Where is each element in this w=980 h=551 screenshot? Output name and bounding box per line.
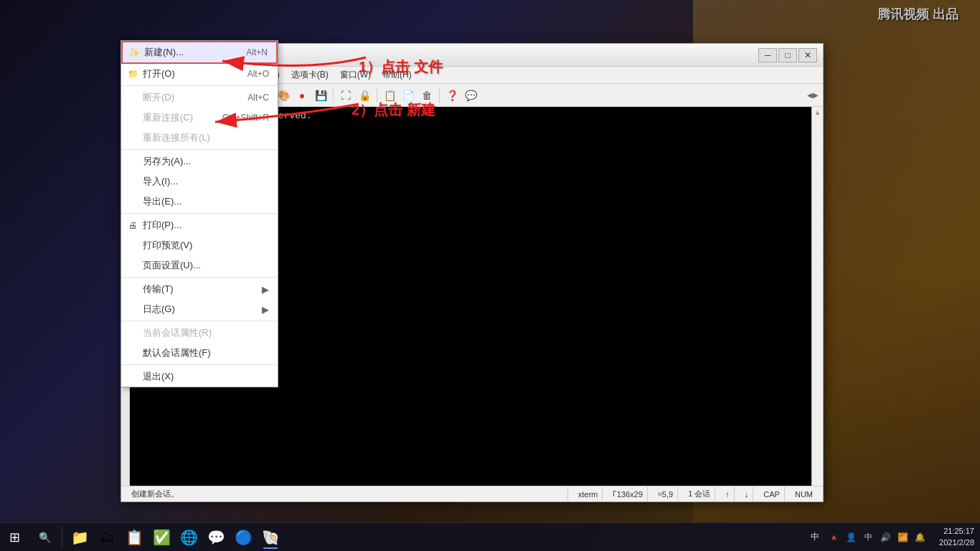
transfer-icon <box>127 283 138 295</box>
saveas-icon <box>127 156 138 167</box>
status-dimensions: Γ 136x29 <box>608 486 648 501</box>
log-icon <box>127 303 138 315</box>
menu-log-item[interactable]: 日志(G) ▶ <box>121 299 278 319</box>
system-tray: 🔺 👤 中 🔊 📶 🔔 <box>826 530 927 545</box>
print-preview-icon <box>127 240 138 251</box>
menu-reconnect-item[interactable]: 重新连接(C) Ctrl+Shift+R <box>121 108 278 128</box>
menu-separator-6 <box>121 364 278 365</box>
maximize-button[interactable]: □ <box>778 48 797 62</box>
submenu-arrow: ▶ <box>262 284 269 295</box>
log-submenu-arrow: ▶ <box>262 304 269 315</box>
session-props-icon <box>127 327 138 339</box>
menu-tabs[interactable]: 选项卡(B) <box>286 67 334 83</box>
menu-save-as-item[interactable]: 另存为(A)... <box>121 151 278 171</box>
toolbar-separator-4 <box>377 88 377 103</box>
tb-paste-button[interactable]: 📄 <box>400 87 417 104</box>
taskbar-clock[interactable]: 21:25:17 2021/2/28 <box>931 526 974 548</box>
status-num: NUM <box>791 486 817 501</box>
disconnect-icon <box>127 92 138 103</box>
menu-default-session-props-item[interactable]: 默认会话属性(F) <box>121 343 278 363</box>
tray-volume-icon[interactable]: 🔊 <box>878 530 892 545</box>
tb-help-button[interactable]: ❓ <box>443 87 461 104</box>
toolbar-separator-5 <box>439 88 440 103</box>
print-icon: 🖨 <box>127 220 138 231</box>
taskbar-app-4[interactable]: ✅ <box>149 524 174 550</box>
status-position: ⌗ 5,9 <box>654 486 678 501</box>
reconnect-icon <box>127 112 138 123</box>
menu-print-preview-item[interactable]: 打印预览(V) <box>121 235 278 255</box>
taskbar-language-indicator[interactable]: 中 <box>808 531 822 543</box>
minimize-button[interactable]: ─ <box>758 48 777 62</box>
menu-separator-3 <box>121 213 278 214</box>
reconnect-all-icon <box>127 132 138 143</box>
close-button[interactable]: ✕ <box>798 48 817 62</box>
status-scroll-down[interactable]: ↓ <box>740 486 754 501</box>
status-scroll-up[interactable]: ↑ <box>721 486 735 501</box>
export-icon <box>127 196 138 207</box>
menu-separator-1 <box>121 85 278 86</box>
tb-chat-button[interactable]: 💬 <box>462 87 479 104</box>
tb-lock-button[interactable]: 🔒 <box>356 87 373 104</box>
menu-separator-4 <box>121 277 278 278</box>
window-controls: ─ □ ✕ <box>758 48 817 62</box>
menu-separator-5 <box>121 321 278 321</box>
taskbar-apps: 🔍 📁 🗂 📋 ✅ 🌐 💬 🔵 🐚 <box>29 524 802 550</box>
menu-session-props-item[interactable]: 当前会话属性(R) <box>121 323 278 343</box>
menu-transfer-item[interactable]: 传输(T) ▶ <box>121 279 278 299</box>
taskbar-app-2[interactable]: 🗂 <box>94 524 120 550</box>
taskbar-app-xshell[interactable]: 🐚 <box>258 524 283 550</box>
taskbar-app-5[interactable]: 🌐 <box>176 524 202 550</box>
menu-exit-item[interactable]: 退出(X) <box>121 367 278 387</box>
toolbar-scroll-right[interactable]: ▶ <box>813 91 819 99</box>
taskbar-app-explorer[interactable]: 📁 <box>67 524 93 550</box>
menu-open-item[interactable]: 📁 打开(O) Alt+O <box>121 64 278 84</box>
menu-export-item[interactable]: 导出(E)... <box>121 192 278 212</box>
start-button[interactable]: ⊞ <box>0 523 29 552</box>
tray-network-icon[interactable]: 📶 <box>895 530 910 545</box>
taskbar-tray-area: 中 🔺 👤 中 🔊 📶 🔔 21:25:17 2021/2/28 <box>802 526 980 548</box>
file-dropdown-menu: ✨ 新建(N)... Alt+N 📁 打开(O) Alt+O 断开(D) Alt… <box>121 40 278 387</box>
toolbar-separator-3 <box>333 88 334 103</box>
menu-page-setup-item[interactable]: 页面设置(U)... <box>121 255 278 276</box>
tb-xftp-button[interactable]: ● <box>293 87 311 104</box>
status-terminal-type: xterm <box>574 486 603 501</box>
import-icon <box>127 176 138 187</box>
menu-window[interactable]: 窗口(W) <box>334 67 377 83</box>
menu-separator-2 <box>121 149 278 150</box>
taskbar-app-3[interactable]: 📋 <box>121 524 147 550</box>
toolbar-scroll-arrows: ◀ ▶ <box>806 90 820 100</box>
tb-copy-button[interactable]: 📋 <box>381 87 398 104</box>
exit-icon <box>127 371 138 382</box>
right-scrollbar[interactable]: ▲ <box>811 107 823 486</box>
taskbar-separator-1 <box>62 527 62 548</box>
taskbar-app-search[interactable]: 🔍 <box>32 524 57 550</box>
tencent-watermark: 腾讯视频 出品 <box>877 6 958 23</box>
status-bar: 创建新会话。 xterm Γ 136x29 ⌗ 5,9 1 会话 ↑ ↓ CAP… <box>121 486 823 501</box>
taskbar-app-7[interactable]: 🔵 <box>230 524 256 550</box>
tray-notification-icon[interactable]: 🔔 <box>913 530 927 545</box>
menu-print-item[interactable]: 🖨 打印(P)... <box>121 215 278 235</box>
menu-import-item[interactable]: 导入(I)... <box>121 171 278 192</box>
tb-sftp-button[interactable]: 💾 <box>312 87 329 104</box>
status-sessions: 1 会话 <box>684 486 715 501</box>
tray-user-icon[interactable]: 👤 <box>844 530 858 545</box>
tray-input-icon[interactable]: 中 <box>861 530 875 545</box>
menu-new-item[interactable]: ✨ 新建(N)... Alt+N <box>121 41 278 64</box>
taskbar-app-6[interactable]: 💬 <box>203 524 229 550</box>
default-session-icon <box>127 347 138 359</box>
menu-disconnect-item[interactable]: 断开(D) Alt+C <box>121 88 278 108</box>
page-setup-icon <box>127 260 138 271</box>
status-message: 创建新会话。 <box>127 486 568 501</box>
menu-help[interactable]: 帮助(H) <box>377 67 418 83</box>
tb-clear-button[interactable]: 🗑 <box>418 87 435 104</box>
new-icon: ✨ <box>128 47 140 58</box>
clock-time: 21:25:17 <box>931 526 974 537</box>
scrollbar-up-arrow[interactable]: ▲ <box>812 107 823 118</box>
tb-fullscreen-button[interactable]: ⛶ <box>337 87 354 104</box>
menu-reconnect-all-item[interactable]: 重新连接所有(L) <box>121 128 278 148</box>
clock-date: 2021/2/28 <box>931 537 974 548</box>
taskbar: ⊞ 🔍 📁 🗂 📋 ✅ 🌐 💬 🔵 🐚 中 🔺 👤 中 🔊 📶 🔔 21:25:… <box>0 522 980 551</box>
tray-antivirus-icon[interactable]: 🔺 <box>826 530 841 545</box>
status-cap: CAP <box>759 486 785 501</box>
toolbar-scroll-left[interactable]: ◀ <box>807 91 813 99</box>
